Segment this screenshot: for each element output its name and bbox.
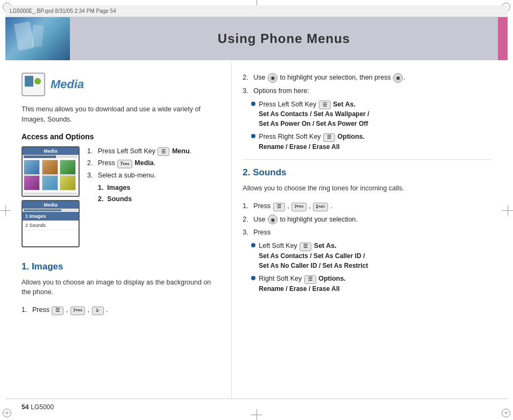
phone-list-item-1: Images [23,212,79,221]
media-header: Media [22,73,220,96]
images-bullet-1: Press Left Soft Key ☰ Set As. Set As Con… [251,99,491,129]
right-column: 2. Use ◉ to highlight your selection, th… [231,62,508,398]
grid-item-2 [42,160,58,175]
images-step-1: 1. Press ☰ , 7PRS , 1▪ . [22,305,220,315]
sub-step-sounds: 2. Sounds [98,194,191,204]
sounds-step-3: 3. Press [243,227,491,238]
sounds-left-key-icon: ☰ [300,243,311,251]
pink-accent [498,17,508,60]
images-right-step-3: 3. Options from here: [243,86,491,96]
ok-icon: ◉ [393,73,403,83]
sounds-bullets: Left Soft Key ☰ Set As. Set As Contacts … [251,241,491,294]
sounds-menu-key: ☰ [273,203,285,211]
step-1: 1. Press Left Soft Key ☰ Menu. [87,146,191,156]
file-info-bar: LG5000E_.BP.qxd 8/31/05 2:34 PM Page 54 [5,5,508,17]
sounds-set-as-options: Set As Contacts / Set As Caller ID /Set … [259,251,491,270]
nav-icon-1: ◉ [268,73,277,83]
media-description: This menu allows you to download and use… [22,104,220,125]
left-key-icon-1: ☰ [319,101,331,109]
phone-screen-1-grid [23,159,79,191]
bullet-dot-2 [251,134,255,138]
footer-brand: LG5000 [31,403,54,411]
sounds-step-2: 2. Use ◉ to highlight your selection. [243,215,491,225]
sounds-bullet-2: Right Soft Key ☰ Options. Rename / Erase… [251,274,491,294]
menu-key-icon: ☰ [158,147,169,156]
access-heading: Access and Options [22,132,220,141]
step-3: 3. Select a sub-menu. [87,170,191,181]
sounds-bullet-dot-1 [251,243,255,247]
7prs-key-icon: 7PRS [117,160,132,168]
sounds-bullet-dot-2 [251,276,255,280]
sounds-2abc-key: 2ABC [313,203,328,211]
media-icon [22,73,45,96]
grid-item-6 [60,175,76,190]
phone-screen-1-progress [24,155,77,158]
1-key: 1▪ [92,307,104,315]
images-description: Allows you to choose an image to display… [22,277,220,298]
grid-item-1 [24,160,40,175]
header-image [5,17,70,60]
options-1: Rename / Erase / Erase All [259,142,491,152]
sounds-description: Allows you to choose the ring tones for … [243,183,491,194]
footer: 54 LG5000 [5,398,508,415]
menu-key-2: ☰ [52,307,63,315]
phone-screen-1: Media [22,146,80,197]
sounds-nav-icon: ◉ [268,215,277,224]
images-right-step-2: 2. Use ◉ to highlight your selection, th… [243,73,491,83]
phone-screen-2-progress [24,209,77,211]
grid-item-4 [24,175,40,190]
right-key-icon-1: ☰ [323,133,335,142]
sounds-bullet-1: Left Soft Key ☰ Set As. Set As Contacts … [251,241,491,270]
phone-screen-1-title: Media [23,147,79,155]
page-title: Using Phone Menus [70,31,498,46]
sounds-right-key-icon: ☰ [304,275,316,284]
sounds-7prs-key: 7PRS [291,203,306,211]
images-bullet-2: Press Right Soft Key ☰ Options. Rename /… [251,132,491,152]
header-bar: Using Phone Menus [5,17,508,60]
media-title: Media [51,77,84,91]
bullet-dot-1 [251,102,255,106]
phone-screen-2: Media Images Sounds [22,200,80,247]
file-info-text: LG5000E_.BP.qxd 8/31/05 2:34 PM Page 54 [10,8,116,14]
images-bullets: Press Left Soft Key ☰ Set As. Set As Con… [251,99,491,152]
access-steps: 1. Press Left Soft Key ☰ Menu. 2. Press … [87,146,191,205]
sounds-options: Rename / Erase / Erase All [259,284,491,294]
grid-item-3 [60,160,76,175]
images-section-title: 1. Images [22,261,220,272]
left-column: Media This menu allows you to download a… [5,62,231,398]
phone-list-item-2: Sounds [23,221,79,230]
set-as-options: Set As Contacts / Set As Wallpaper /Set … [259,109,491,129]
phone-screenshots: Media Media Images [22,146,80,247]
content-area: Media This menu allows you to download a… [5,62,508,398]
divider [243,159,491,160]
sub-steps: 1. Images 2. Sounds [98,183,191,204]
grid-item-5 [42,175,58,190]
phone-screen-2-title: Media [23,201,79,209]
7prs-key-2: 7PRS [70,307,85,315]
footer-page-number: 54 [22,403,28,411]
sounds-step-1: 1. Press ☰ , 7PRS , 2ABC . [243,201,491,211]
sub-step-images: 1. Images [98,183,191,193]
sounds-section-title: 2. Sounds [243,167,491,178]
step-2: 2. Press 7PRS Media. [87,158,191,168]
